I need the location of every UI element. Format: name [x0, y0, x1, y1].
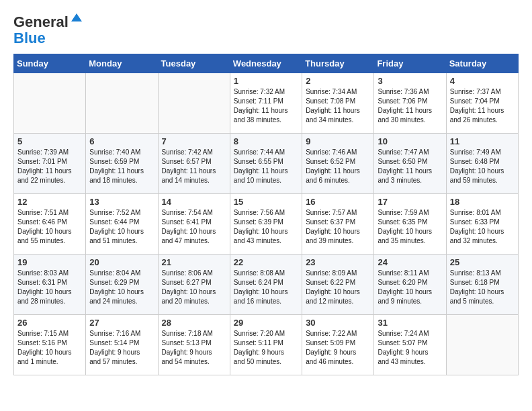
calendar-cell: 23Sunrise: 8:09 AM Sunset: 6:22 PM Dayli…	[302, 255, 374, 315]
calendar-cell: 29Sunrise: 7:20 AM Sunset: 5:11 PM Dayli…	[230, 315, 302, 375]
day-number: 9	[306, 136, 370, 146]
calendar-cell: 6Sunrise: 7:40 AM Sunset: 6:59 PM Daylig…	[86, 134, 158, 194]
logo-text: General Blue	[13, 13, 83, 47]
day-info: Sunrise: 7:40 AM Sunset: 6:59 PM Dayligh…	[89, 148, 154, 185]
calendar-cell	[14, 73, 86, 134]
calendar-cell: 24Sunrise: 8:11 AM Sunset: 6:20 PM Dayli…	[374, 255, 446, 315]
day-info: Sunrise: 8:13 AM Sunset: 6:18 PM Dayligh…	[450, 269, 515, 306]
day-info: Sunrise: 7:16 AM Sunset: 5:14 PM Dayligh…	[89, 329, 154, 367]
calendar-cell: 30Sunrise: 7:22 AM Sunset: 5:09 PM Dayli…	[302, 315, 374, 375]
calendar-cell: 9Sunrise: 7:46 AM Sunset: 6:52 PM Daylig…	[302, 134, 374, 194]
calendar-cell: 26Sunrise: 7:15 AM Sunset: 5:16 PM Dayli…	[14, 315, 86, 375]
calendar-cell: 8Sunrise: 7:44 AM Sunset: 6:55 PM Daylig…	[230, 134, 302, 194]
day-info: Sunrise: 7:20 AM Sunset: 5:11 PM Dayligh…	[234, 329, 298, 367]
day-number: 17	[378, 197, 442, 207]
day-number: 27	[89, 318, 154, 328]
calendar-cell: 31Sunrise: 7:24 AM Sunset: 5:07 PM Dayli…	[374, 315, 446, 375]
day-header-saturday: Saturday	[446, 54, 518, 73]
logo: General Blue	[13, 13, 83, 47]
day-number: 20	[89, 257, 154, 267]
calendar-cell: 22Sunrise: 8:08 AM Sunset: 6:24 PM Dayli…	[230, 255, 302, 315]
calendar-cell: 15Sunrise: 7:56 AM Sunset: 6:39 PM Dayli…	[230, 194, 302, 255]
day-number: 6	[89, 136, 154, 146]
calendar-cell: 10Sunrise: 7:47 AM Sunset: 6:50 PM Dayli…	[374, 134, 446, 194]
day-header-friday: Friday	[374, 54, 446, 73]
calendar-cell: 13Sunrise: 7:52 AM Sunset: 6:44 PM Dayli…	[86, 194, 158, 255]
day-number: 28	[162, 318, 226, 328]
calendar-cell: 11Sunrise: 7:49 AM Sunset: 6:48 PM Dayli…	[446, 134, 518, 194]
day-info: Sunrise: 7:32 AM Sunset: 7:11 PM Dayligh…	[234, 87, 298, 125]
calendar-cell: 25Sunrise: 8:13 AM Sunset: 6:18 PM Dayli…	[446, 255, 518, 315]
day-number: 1	[234, 76, 298, 86]
calendar-table: SundayMondayTuesdayWednesdayThursdayFrid…	[13, 54, 519, 375]
calendar-cell: 20Sunrise: 8:04 AM Sunset: 6:29 PM Dayli…	[86, 255, 158, 315]
day-number: 31	[378, 318, 442, 328]
day-number: 15	[234, 197, 298, 207]
calendar-cell: 3Sunrise: 7:36 AM Sunset: 7:06 PM Daylig…	[374, 73, 446, 134]
calendar-cell: 18Sunrise: 8:01 AM Sunset: 6:33 PM Dayli…	[446, 194, 518, 255]
day-number: 26	[17, 318, 82, 328]
day-number: 14	[162, 197, 226, 207]
calendar-cell: 28Sunrise: 7:18 AM Sunset: 5:13 PM Dayli…	[158, 315, 230, 375]
calendar-cell	[446, 315, 518, 375]
day-info: Sunrise: 7:57 AM Sunset: 6:37 PM Dayligh…	[306, 208, 370, 246]
calendar-cell: 1Sunrise: 7:32 AM Sunset: 7:11 PM Daylig…	[230, 73, 302, 134]
day-number: 30	[306, 318, 370, 328]
day-number: 4	[450, 76, 515, 86]
calendar-cell: 5Sunrise: 7:39 AM Sunset: 7:01 PM Daylig…	[14, 134, 86, 194]
calendar-cell: 7Sunrise: 7:42 AM Sunset: 6:57 PM Daylig…	[158, 134, 230, 194]
day-info: Sunrise: 8:11 AM Sunset: 6:20 PM Dayligh…	[378, 269, 442, 306]
day-header-wednesday: Wednesday	[230, 54, 302, 73]
day-info: Sunrise: 8:09 AM Sunset: 6:22 PM Dayligh…	[306, 269, 370, 306]
calendar-cell: 4Sunrise: 7:37 AM Sunset: 7:04 PM Daylig…	[446, 73, 518, 134]
day-info: Sunrise: 7:54 AM Sunset: 6:41 PM Dayligh…	[162, 208, 226, 246]
day-number: 29	[234, 318, 298, 328]
calendar-cell: 2Sunrise: 7:34 AM Sunset: 7:08 PM Daylig…	[302, 73, 374, 134]
day-number: 11	[450, 136, 515, 146]
day-header-tuesday: Tuesday	[158, 54, 230, 73]
calendar-cell: 16Sunrise: 7:57 AM Sunset: 6:37 PM Dayli…	[302, 194, 374, 255]
day-info: Sunrise: 8:08 AM Sunset: 6:24 PM Dayligh…	[234, 269, 298, 306]
day-info: Sunrise: 7:36 AM Sunset: 7:06 PM Dayligh…	[378, 87, 442, 125]
day-number: 16	[306, 197, 370, 207]
logo-icon	[70, 12, 83, 26]
calendar-cell: 21Sunrise: 8:06 AM Sunset: 6:27 PM Dayli…	[158, 255, 230, 315]
day-info: Sunrise: 7:49 AM Sunset: 6:48 PM Dayligh…	[450, 148, 515, 185]
day-info: Sunrise: 7:34 AM Sunset: 7:08 PM Dayligh…	[306, 87, 370, 125]
day-number: 3	[378, 76, 442, 86]
calendar-cell: 12Sunrise: 7:51 AM Sunset: 6:46 PM Dayli…	[14, 194, 86, 255]
day-info: Sunrise: 8:04 AM Sunset: 6:29 PM Dayligh…	[89, 269, 154, 306]
day-number: 19	[17, 257, 82, 267]
day-number: 18	[450, 197, 515, 207]
day-number: 13	[89, 197, 154, 207]
day-info: Sunrise: 8:01 AM Sunset: 6:33 PM Dayligh…	[450, 208, 515, 246]
calendar-cell: 27Sunrise: 7:16 AM Sunset: 5:14 PM Dayli…	[86, 315, 158, 375]
day-info: Sunrise: 7:56 AM Sunset: 6:39 PM Dayligh…	[234, 208, 298, 246]
day-header-monday: Monday	[86, 54, 158, 73]
day-info: Sunrise: 8:03 AM Sunset: 6:31 PM Dayligh…	[17, 269, 82, 306]
day-number: 22	[234, 257, 298, 267]
day-info: Sunrise: 7:15 AM Sunset: 5:16 PM Dayligh…	[17, 329, 82, 367]
day-number: 24	[378, 257, 442, 267]
day-number: 5	[17, 136, 82, 146]
day-info: Sunrise: 7:52 AM Sunset: 6:44 PM Dayligh…	[89, 208, 154, 246]
day-info: Sunrise: 7:44 AM Sunset: 6:55 PM Dayligh…	[234, 148, 298, 185]
day-info: Sunrise: 7:22 AM Sunset: 5:09 PM Dayligh…	[306, 329, 370, 367]
day-info: Sunrise: 8:06 AM Sunset: 6:27 PM Dayligh…	[162, 269, 226, 306]
day-info: Sunrise: 7:46 AM Sunset: 6:52 PM Dayligh…	[306, 148, 370, 185]
day-header-sunday: Sunday	[14, 54, 86, 73]
calendar-cell: 19Sunrise: 8:03 AM Sunset: 6:31 PM Dayli…	[14, 255, 86, 315]
day-info: Sunrise: 7:24 AM Sunset: 5:07 PM Dayligh…	[378, 329, 442, 367]
calendar-cell	[86, 73, 158, 134]
day-info: Sunrise: 7:39 AM Sunset: 7:01 PM Dayligh…	[17, 148, 82, 185]
day-number: 23	[306, 257, 370, 267]
header: General Blue	[13, 13, 519, 47]
day-info: Sunrise: 7:18 AM Sunset: 5:13 PM Dayligh…	[162, 329, 226, 367]
day-info: Sunrise: 7:51 AM Sunset: 6:46 PM Dayligh…	[17, 208, 82, 246]
calendar-cell: 14Sunrise: 7:54 AM Sunset: 6:41 PM Dayli…	[158, 194, 230, 255]
day-info: Sunrise: 7:42 AM Sunset: 6:57 PM Dayligh…	[162, 148, 226, 185]
calendar-cell	[158, 73, 230, 134]
day-number: 25	[450, 257, 515, 267]
day-number: 12	[17, 197, 82, 207]
day-number: 7	[162, 136, 226, 146]
